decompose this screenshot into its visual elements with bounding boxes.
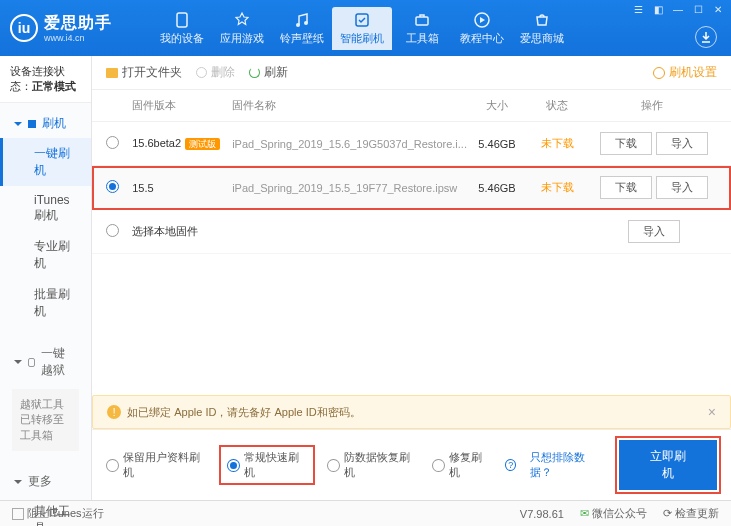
folder-icon [106, 68, 118, 78]
sidebar-item-itunes-flash[interactable]: iTunes刷机 [0, 186, 91, 231]
window-controls: ☰ ◧ — ☐ ✕ [631, 4, 725, 15]
lock-icon [28, 358, 35, 367]
refresh-button[interactable]: 刷新 [249, 64, 288, 81]
nav-ringtones[interactable]: 铃声壁纸 [272, 7, 332, 50]
firmware-row-selected[interactable]: 15.5 iPad_Spring_2019_15.5_19F77_Restore… [92, 166, 731, 210]
app-logo: iu 爱思助手 www.i4.cn [10, 13, 112, 43]
firmware-row[interactable]: 15.6beta2测试版 iPad_Spring_2019_15.6_19G50… [92, 122, 731, 166]
svg-point-1 [296, 23, 300, 27]
skin-icon[interactable]: ◧ [651, 4, 665, 15]
sidebar-section-flash[interactable]: 刷机 [0, 109, 91, 138]
delete-icon [196, 67, 207, 78]
mode-repair[interactable]: 修复刷机 [432, 450, 491, 480]
maximize-icon[interactable]: ☐ [691, 4, 705, 15]
block-itunes-checkbox[interactable]: 阻止iTunes运行 [12, 506, 104, 521]
sidebar-section-more[interactable]: 更多 [0, 467, 91, 496]
import-button[interactable]: 导入 [656, 176, 708, 199]
flash-now-button[interactable]: 立即刷机 [619, 440, 717, 490]
statusbar: 阻止iTunes运行 V7.98.61 ✉ 微信公众号 ⟳ 检查更新 [0, 500, 731, 526]
radio-icon[interactable] [106, 224, 119, 237]
check-update-link[interactable]: ⟳ 检查更新 [663, 506, 719, 521]
radio-icon[interactable] [106, 136, 119, 149]
delete-button[interactable]: 删除 [196, 64, 235, 81]
svg-point-2 [304, 21, 308, 25]
chevron-down-icon [14, 480, 22, 484]
sidebar-section-jailbreak[interactable]: 一键越狱 [0, 339, 91, 385]
svg-rect-4 [416, 17, 428, 25]
sidebar-item-pro-flash[interactable]: 专业刷机 [0, 231, 91, 279]
nav-my-device[interactable]: 我的设备 [152, 7, 212, 50]
import-button[interactable]: 导入 [628, 220, 680, 243]
nav-apps[interactable]: 应用游戏 [212, 7, 272, 50]
square-icon [28, 120, 36, 128]
refresh-icon [249, 67, 260, 78]
import-button[interactable]: 导入 [656, 132, 708, 155]
mode-anti-recover[interactable]: 防数据恢复刷机 [327, 450, 418, 480]
logo-icon: iu [10, 14, 38, 42]
app-url: www.i4.cn [44, 34, 112, 43]
svg-rect-0 [177, 13, 187, 27]
nav-tutorials[interactable]: 教程中心 [452, 7, 512, 50]
nav-flash[interactable]: 智能刷机 [332, 7, 392, 50]
radio-icon[interactable] [106, 180, 119, 193]
chevron-down-icon [14, 360, 22, 364]
titlebar: iu 爱思助手 www.i4.cn 我的设备 应用游戏 铃声壁纸 智能刷机 工具… [0, 0, 731, 56]
open-folder-button[interactable]: 打开文件夹 [106, 64, 182, 81]
appleid-warning: ! 如已绑定 Apple ID，请先备好 Apple ID和密码。 × [92, 395, 731, 429]
download-manager-icon[interactable] [695, 26, 717, 48]
table-header: 固件版本 固件名称 大小 状态 操作 [92, 90, 731, 122]
nav-store[interactable]: 爱思商城 [512, 7, 572, 50]
download-button[interactable]: 下载 [600, 176, 652, 199]
main-nav: 我的设备 应用游戏 铃声壁纸 智能刷机 工具箱 教程中心 爱思商城 [152, 7, 572, 50]
flash-settings-button[interactable]: 刷机设置 [653, 64, 717, 81]
version-label: V7.98.61 [520, 508, 564, 520]
sidebar: 设备连接状态：正常模式 刷机 一键刷机 iTunes刷机 专业刷机 批量刷机 一… [0, 56, 92, 500]
connection-status: 设备连接状态：正常模式 [0, 56, 91, 103]
minimize-icon[interactable]: — [671, 4, 685, 15]
gear-icon [653, 67, 665, 79]
nav-toolbox[interactable]: 工具箱 [392, 7, 452, 50]
info-icon[interactable]: ? [505, 459, 517, 471]
main-panel: 打开文件夹 删除 刷新 刷机设置 固件版本 固件名称 大小 状态 操作 15.6… [92, 56, 731, 500]
sidebar-item-oneclick-flash[interactable]: 一键刷机 [0, 138, 91, 186]
close-warning-icon[interactable]: × [708, 404, 716, 420]
flash-mode-row: 保留用户资料刷机 常规快速刷机 防数据恢复刷机 修复刷机 ? 只想排除数据？ 立… [92, 429, 731, 500]
mode-normal-fast[interactable]: 常规快速刷机 [221, 447, 313, 483]
toolbar: 打开文件夹 删除 刷新 刷机设置 [92, 56, 731, 90]
exclude-data-link[interactable]: 只想排除数据？ [530, 450, 604, 480]
download-button[interactable]: 下载 [600, 132, 652, 155]
chevron-down-icon [14, 122, 22, 126]
wechat-link[interactable]: ✉ 微信公众号 [580, 506, 647, 521]
close-icon[interactable]: ✕ [711, 4, 725, 15]
app-name: 爱思助手 [44, 14, 112, 31]
mode-keep-data[interactable]: 保留用户资料刷机 [106, 450, 207, 480]
sidebar-item-batch-flash[interactable]: 批量刷机 [0, 279, 91, 327]
local-firmware-row[interactable]: 选择本地固件 导入 [92, 210, 731, 254]
beta-badge: 测试版 [185, 138, 220, 150]
menu-icon[interactable]: ☰ [631, 4, 645, 15]
jailbreak-note: 越狱工具已转移至工具箱 [12, 389, 79, 451]
warning-icon: ! [107, 405, 121, 419]
